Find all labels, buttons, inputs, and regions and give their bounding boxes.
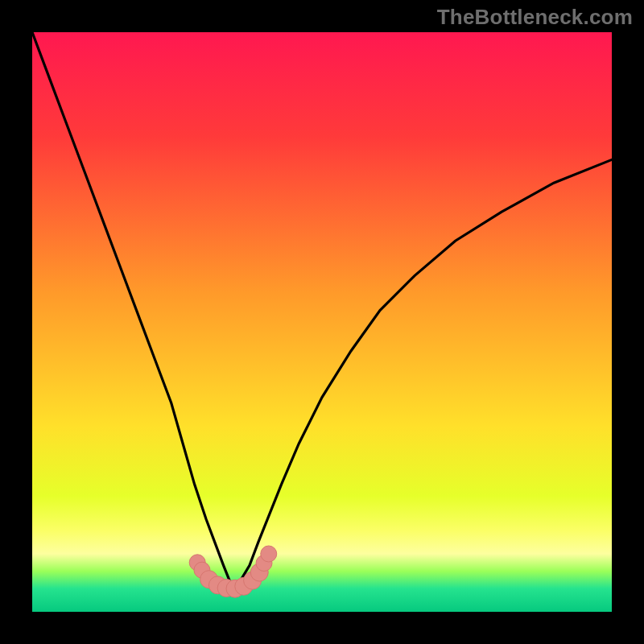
plot-area <box>32 32 612 612</box>
marker-dot <box>261 546 277 562</box>
bottleneck-curve <box>32 32 612 612</box>
watermark-text: TheBottleneck.com <box>437 5 633 30</box>
optimal-region-markers <box>189 546 277 597</box>
chart-frame: TheBottleneck.com <box>0 0 644 644</box>
